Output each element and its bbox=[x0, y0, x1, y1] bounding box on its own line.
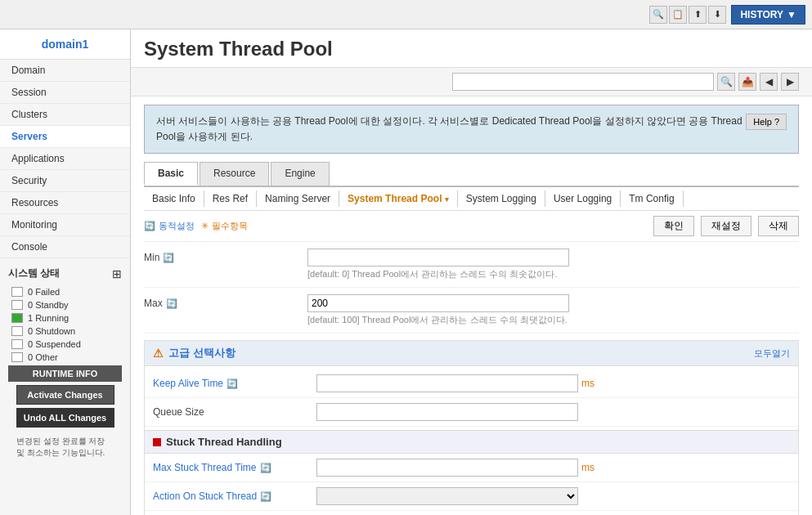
search-button[interactable]: 🔍 bbox=[717, 73, 735, 91]
min-sync-icon[interactable]: 🔄 bbox=[163, 253, 174, 263]
status-row-running: 1 Running bbox=[11, 311, 119, 325]
subtab-res-ref[interactable]: Res Ref bbox=[204, 190, 257, 207]
keep-alive-input-row: ms bbox=[316, 374, 790, 392]
form-area: 🔄 동적설정 ✳ 필수항목 확인 재설정 삭제 Min 🔄 bbox=[144, 211, 799, 515]
undo-all-changes-button[interactable]: Undo ALL Changes bbox=[16, 408, 114, 428]
max-stuck-label: Max Stuck Thread Time 🔄 bbox=[153, 459, 316, 477]
status-icon: ⊞ bbox=[112, 267, 122, 280]
info-box: 서버 서비스들이 사용하는 공용 Thread Pool에 대한 설정이다. 각… bbox=[144, 105, 799, 154]
subtab-system-logging[interactable]: System Logging bbox=[458, 190, 545, 207]
max-stuck-sync-icon[interactable]: 🔄 bbox=[260, 463, 271, 473]
confirm-button[interactable]: 확인 bbox=[653, 216, 694, 236]
sidebar-item-security[interactable]: Security bbox=[0, 170, 130, 192]
subtab-basic-info[interactable]: Basic Info bbox=[144, 190, 204, 207]
subtab-user-logging[interactable]: User Logging bbox=[545, 190, 621, 207]
sidebar-item-monitoring[interactable]: Monitoring bbox=[0, 214, 130, 236]
upload-icon-btn[interactable]: 📤 bbox=[738, 73, 756, 91]
help-button[interactable]: Help ? bbox=[746, 114, 787, 130]
max-stuck-ms-label: ms bbox=[581, 462, 594, 473]
shutdown-dot bbox=[11, 326, 23, 336]
max-stuck-input[interactable] bbox=[316, 459, 578, 477]
queue-size-input[interactable] bbox=[316, 403, 578, 421]
advanced-content: Keep Alive Time 🔄 ms Q bbox=[145, 366, 798, 515]
sidebar-note: 변경된 설정 완료를 저장 및 최소하는 기능입니다. bbox=[8, 431, 122, 464]
max-sync-icon[interactable]: 🔄 bbox=[166, 298, 177, 309]
advanced-header: ⚠ 고급 선택사항 모두열기 bbox=[145, 341, 798, 366]
main-layout: domain1 Domain Session Clusters Servers … bbox=[0, 29, 812, 515]
sidebar-item-console[interactable]: Console bbox=[0, 236, 130, 258]
status-row-suspended: 0 Suspended bbox=[11, 338, 119, 351]
suspended-count: 0 Suspended bbox=[28, 339, 81, 349]
sidebar: domain1 Domain Session Clusters Servers … bbox=[0, 29, 131, 515]
min-input[interactable] bbox=[307, 249, 569, 266]
prev-icon-btn[interactable]: ◀ bbox=[760, 73, 778, 91]
tab-resource[interactable]: Resource bbox=[200, 162, 269, 186]
running-count: 1 Running bbox=[28, 313, 69, 323]
sidebar-item-applications[interactable]: Applications bbox=[0, 148, 130, 170]
warning-icon: ⚠ bbox=[153, 347, 164, 360]
page-title: System Thread Pool bbox=[131, 29, 812, 68]
toggle-all-button[interactable]: 모두열기 bbox=[754, 347, 790, 360]
required-label: ✳ 필수항목 bbox=[201, 220, 248, 232]
action-stuck-sync-icon[interactable]: 🔄 bbox=[260, 491, 271, 502]
sidebar-item-domain[interactable]: Domain bbox=[0, 60, 130, 82]
queue-size-label: Queue Size bbox=[153, 403, 316, 421]
max-field-row: Max 🔄 [default: 100] Thread Pool에서 관리하는 … bbox=[144, 288, 799, 334]
sidebar-item-session[interactable]: Session bbox=[0, 82, 130, 104]
status-row-standby: 0 Standby bbox=[11, 298, 119, 311]
min-field: [default: 0] Thread Pool에서 관리하는 스레드 수의 최… bbox=[307, 249, 799, 280]
required-star-icon: ✳ bbox=[201, 221, 209, 231]
max-stuck-field: ms bbox=[316, 459, 790, 477]
reset-button[interactable]: 재설정 bbox=[701, 216, 751, 236]
tab-basic[interactable]: Basic bbox=[144, 162, 198, 186]
subtab-naming-server[interactable]: Naming Server bbox=[257, 190, 339, 207]
keep-alive-time-row: Keep Alive Time 🔄 ms bbox=[145, 369, 798, 398]
max-stuck-thread-time-row: Max Stuck Thread Time 🔄 ms bbox=[145, 454, 798, 482]
action-stuck-label: Action On Stuck Thread 🔄 bbox=[153, 487, 316, 505]
icon-btn-4[interactable]: ⬇ bbox=[708, 6, 726, 24]
domain-title[interactable]: domain1 bbox=[0, 29, 130, 60]
max-field: [default: 100] Thread Pool에서 관리하는 스레드 수의… bbox=[307, 294, 799, 326]
icon-btn-2[interactable]: 📋 bbox=[669, 6, 687, 24]
icon-btn-1[interactable]: 🔍 bbox=[649, 6, 667, 24]
action-on-stuck-thread-row: Action On Stuck Thread 🔄 bbox=[145, 482, 798, 511]
advanced-title-text: 고급 선택사항 bbox=[168, 346, 236, 360]
sidebar-item-servers[interactable]: Servers bbox=[0, 126, 130, 148]
system-status-title: 시스템 상태 bbox=[8, 266, 60, 280]
stuck-check-period-row: Stuck Thread Check Period 🔄 ms bbox=[145, 511, 798, 515]
search-input[interactable] bbox=[452, 73, 714, 91]
next-icon-btn[interactable]: ▶ bbox=[781, 73, 799, 91]
sidebar-item-clusters[interactable]: Clusters bbox=[0, 104, 130, 126]
sub-tabs: Basic Info Res Ref Naming Server System … bbox=[144, 187, 799, 211]
delete-button[interactable]: 삭제 bbox=[758, 216, 799, 236]
other-count: 0 Other bbox=[28, 352, 58, 362]
keep-alive-label: Keep Alive Time 🔄 bbox=[153, 374, 316, 392]
history-button[interactable]: HISTORY ▼ bbox=[731, 5, 805, 25]
status-row-other: 0 Other bbox=[11, 351, 119, 364]
keep-alive-sync-icon[interactable]: 🔄 bbox=[227, 378, 238, 389]
dynamic-setting-label: 🔄 동적설정 bbox=[144, 220, 195, 232]
stuck-thread-header: Stuck Thread Handling bbox=[145, 430, 798, 454]
activate-changes-button[interactable]: Activate Changes bbox=[16, 385, 114, 405]
runtime-info-label: RUNTIME INFO bbox=[33, 369, 97, 378]
max-stuck-input-row: ms bbox=[316, 459, 790, 477]
failed-count: 0 Failed bbox=[28, 287, 60, 297]
history-arrow: ▼ bbox=[787, 9, 796, 20]
search-bar: 🔍 📤 ◀ ▶ bbox=[131, 68, 812, 96]
max-input[interactable] bbox=[307, 294, 569, 312]
sidebar-item-resources[interactable]: Resources bbox=[0, 192, 130, 214]
top-icon-buttons: 🔍 📋 ⬆ ⬇ bbox=[649, 6, 726, 24]
standby-count: 0 Standby bbox=[28, 300, 69, 310]
keep-alive-input[interactable] bbox=[316, 374, 578, 392]
action-stuck-field bbox=[316, 487, 790, 505]
red-square-icon bbox=[153, 438, 161, 446]
action-stuck-select[interactable] bbox=[316, 487, 578, 505]
status-row-shutdown: 0 Shutdown bbox=[11, 325, 119, 338]
standby-dot bbox=[11, 300, 23, 310]
subtab-system-thread-pool[interactable]: System Thread Pool ▾ bbox=[339, 190, 458, 207]
status-row-failed: 0 Failed bbox=[11, 285, 119, 298]
subtab-tm-config[interactable]: Tm Config bbox=[621, 190, 683, 207]
tab-engine[interactable]: Engine bbox=[271, 162, 329, 186]
icon-btn-3[interactable]: ⬆ bbox=[689, 6, 707, 24]
max-hint: [default: 100] Thread Pool에서 관리하는 스레드 수의… bbox=[307, 314, 799, 326]
